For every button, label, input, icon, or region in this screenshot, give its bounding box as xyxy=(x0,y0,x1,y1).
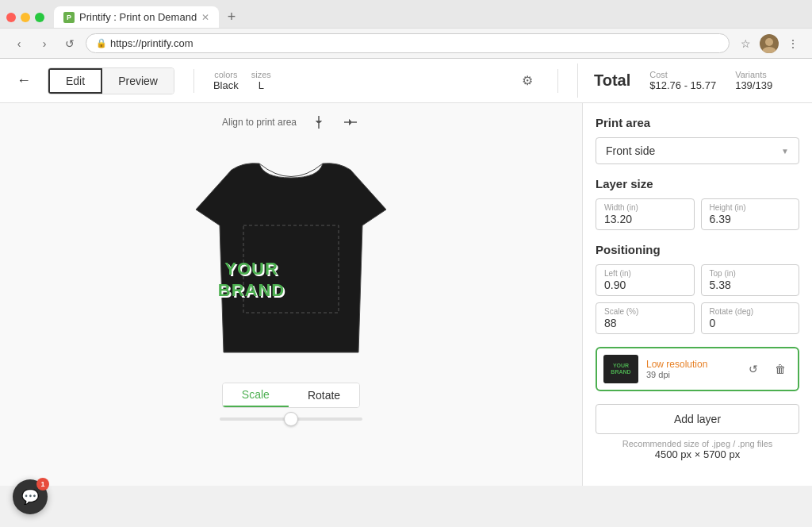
active-tab[interactable]: P Printify : Print on Demand ✕ xyxy=(54,6,219,28)
edit-button[interactable]: Edit xyxy=(48,68,102,94)
toolbar: ← Edit Preview colors Black sizes L ⚙ To… xyxy=(0,59,812,103)
height-field: Height (in) xyxy=(701,198,800,230)
browser-actions: ☆ ⋮ xyxy=(736,34,802,53)
svg-text:YOUR: YOUR xyxy=(224,259,278,279)
layer-thumbnail: YOURBRAND xyxy=(603,355,638,383)
address-bar: ‹ › ↺ 🔒 https://printify.com ☆ ⋮ xyxy=(0,28,812,58)
traffic-lights xyxy=(6,13,44,22)
layer-warning: Low resolution xyxy=(646,359,734,370)
lock-icon: 🔒 xyxy=(96,38,107,48)
tab-close-button[interactable]: ✕ xyxy=(201,12,209,23)
variants-value: 139/139 xyxy=(735,79,772,91)
layer-size-title: Layer size xyxy=(596,177,799,190)
variants-label: Variants xyxy=(735,70,772,79)
width-input[interactable] xyxy=(604,213,686,225)
user-avatar[interactable] xyxy=(760,34,779,53)
scale-rotate-group: Scale Rotate xyxy=(222,383,360,408)
layer-preview[interactable]: YOURBRAND Low resolution 39 dpi ↺ 🗑 xyxy=(596,347,799,391)
minimize-traffic-light[interactable] xyxy=(21,13,30,22)
bottom-controls: Scale Rotate xyxy=(220,383,362,424)
left-field: Left (in) xyxy=(596,264,695,296)
right-panel: Print area Front side ▼ Layer size Width… xyxy=(582,103,812,486)
layer-info: Low resolution 39 dpi xyxy=(646,359,734,379)
dropdown-arrow-icon: ▼ xyxy=(781,147,789,156)
colors-value: Black xyxy=(213,79,239,91)
positioning-title: Positioning xyxy=(596,243,799,256)
star-button[interactable]: ☆ xyxy=(736,34,755,53)
cost-value: $12.76 - 15.77 xyxy=(649,79,716,91)
rotate-input[interactable] xyxy=(710,317,791,329)
print-area-value: Front side xyxy=(606,144,655,157)
variants-field: Variants 139/139 xyxy=(735,70,772,91)
forward-nav-button[interactable]: › xyxy=(35,34,54,53)
chat-bubble[interactable]: 💬 1 xyxy=(13,479,48,514)
positioning-section: Positioning Left (in) Top (in) Scale (%) xyxy=(596,243,799,334)
back-nav-button[interactable]: ‹ xyxy=(10,34,29,53)
print-area-section: Print area Front side ▼ xyxy=(596,116,799,164)
recommended-text: Recommended size of .jpeg / .png files xyxy=(596,439,799,448)
top-label: Top (in) xyxy=(710,270,791,278)
svg-marker-5 xyxy=(316,121,322,124)
toolbar-divider xyxy=(193,69,194,93)
left-input[interactable] xyxy=(604,279,686,291)
align-controls: Align to print area xyxy=(222,113,360,132)
align-label: Align to print area xyxy=(222,117,297,128)
layer-dpi: 39 dpi xyxy=(646,370,734,379)
svg-point-0 xyxy=(765,38,773,46)
back-button[interactable]: ← xyxy=(13,70,35,92)
print-area-title: Print area xyxy=(596,116,799,129)
canvas-area: Align to print area xyxy=(0,103,582,486)
scale-slider[interactable] xyxy=(220,417,362,421)
sizes-label: sizes xyxy=(251,70,271,79)
sizes-value: L xyxy=(259,79,264,91)
main: Align to print area xyxy=(0,103,812,486)
maximize-traffic-light[interactable] xyxy=(35,13,44,22)
print-area-dropdown[interactable]: Front side ▼ xyxy=(596,137,799,164)
layer-actions: ↺ 🗑 xyxy=(742,358,791,380)
chat-badge: 1 xyxy=(36,478,49,490)
app: ← Edit Preview colors Black sizes L ⚙ To… xyxy=(0,59,812,475)
svg-text:BRAND: BRAND xyxy=(218,280,285,300)
new-tab-button[interactable]: + xyxy=(222,8,241,27)
url-text: https://printify.com xyxy=(110,37,193,49)
browser-chrome: P Printify : Print on Demand ✕ + ‹ › ↺ 🔒… xyxy=(0,0,812,59)
layer-delete-button[interactable]: 🗑 xyxy=(769,358,791,380)
scale-button[interactable]: Scale xyxy=(223,383,289,407)
height-label: Height (in) xyxy=(710,204,791,212)
tshirt-svg: YOUR BRAND YOUR BRAND xyxy=(172,146,410,368)
layer-section: YOURBRAND Low resolution 39 dpi ↺ 🗑 xyxy=(596,347,799,391)
align-vertical-button[interactable] xyxy=(309,113,328,132)
menu-button[interactable]: ⋮ xyxy=(783,34,802,53)
svg-point-1 xyxy=(762,47,776,53)
left-label: Left (in) xyxy=(604,270,686,278)
close-traffic-light[interactable] xyxy=(6,13,16,22)
position-row-1: Left (in) Top (in) xyxy=(596,264,799,296)
height-input[interactable] xyxy=(710,213,791,225)
tab-title: Printify : Print on Demand xyxy=(79,11,197,23)
settings-button[interactable]: ⚙ xyxy=(516,70,538,92)
top-field: Top (in) xyxy=(701,264,800,296)
tab-favicon: P xyxy=(63,12,75,23)
toolbar-divider-2 xyxy=(557,69,558,93)
refresh-button[interactable]: ↺ xyxy=(60,34,79,53)
svg-marker-9 xyxy=(349,119,352,125)
width-label: Width (in) xyxy=(604,204,686,212)
cost-field: Cost $12.76 - 15.77 xyxy=(649,70,716,91)
align-horizontal-button[interactable] xyxy=(341,113,360,132)
position-row-2: Scale (%) Rotate (deg) xyxy=(596,302,799,334)
edit-preview-group: Edit Preview xyxy=(48,67,174,94)
total-label: Total xyxy=(594,71,630,90)
scale-input[interactable] xyxy=(604,317,686,329)
recommended-size: 4500 px × 5700 px xyxy=(596,448,799,460)
rotate-field: Rotate (deg) xyxy=(701,302,800,334)
colors-label: colors xyxy=(214,70,237,79)
slider-thumb[interactable] xyxy=(284,412,298,426)
layer-size-section: Layer size Width (in) Height (in) xyxy=(596,177,799,230)
top-input[interactable] xyxy=(710,279,791,291)
preview-button[interactable]: Preview xyxy=(102,68,174,94)
rotate-button[interactable]: Rotate xyxy=(289,383,359,407)
scale-field-label: Scale (%) xyxy=(604,308,686,316)
add-layer-button[interactable]: Add layer xyxy=(596,404,799,434)
layer-refresh-button[interactable]: ↺ xyxy=(742,358,764,380)
url-bar[interactable]: 🔒 https://printify.com xyxy=(86,33,730,53)
